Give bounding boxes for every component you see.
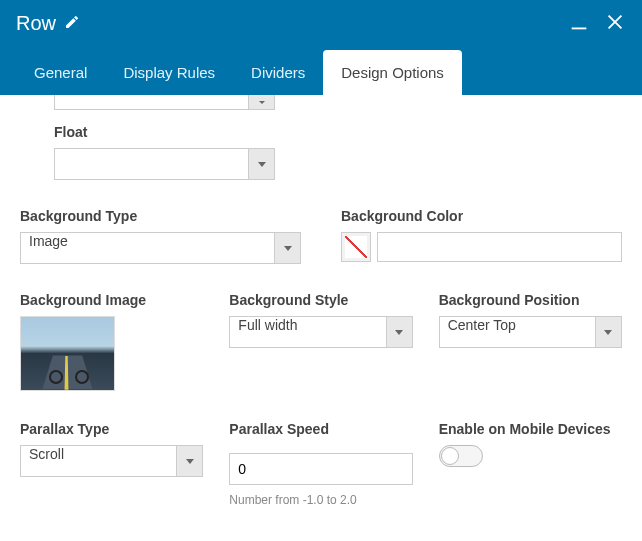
tab-display-rules[interactable]: Display Rules: [105, 50, 233, 95]
tab-bar: General Display Rules Dividers Design Op…: [0, 46, 642, 95]
chevron-down-icon: [284, 246, 292, 251]
bg-color-input[interactable]: [377, 232, 622, 262]
tab-dividers[interactable]: Dividers: [233, 50, 323, 95]
modal-title: Row: [16, 12, 56, 35]
bg-image-thumbnail[interactable]: [20, 316, 115, 391]
bg-style-select[interactable]: Full width: [229, 316, 386, 348]
parallax-type-label: Parallax Type: [20, 421, 203, 437]
bg-image-label: Background Image: [20, 292, 203, 308]
content-pane[interactable]: Float Background Type Image Background C…: [0, 95, 642, 541]
bg-style-select-toggle[interactable]: [387, 316, 413, 348]
float-select[interactable]: [54, 148, 249, 180]
toggle-knob: [441, 447, 459, 465]
bg-position-label: Background Position: [439, 292, 622, 308]
bg-color-label: Background Color: [341, 208, 622, 224]
no-color-icon: [345, 236, 367, 258]
truncated-select-above[interactable]: [54, 95, 275, 110]
bg-position-select[interactable]: Center Top: [439, 316, 596, 348]
modal-header: Row: [0, 0, 642, 46]
parallax-type-select[interactable]: Scroll: [20, 445, 177, 477]
chevron-down-icon: [186, 459, 194, 464]
chevron-down-icon: [258, 162, 266, 167]
tab-design-options[interactable]: Design Options: [323, 50, 462, 95]
chevron-down-icon: [604, 330, 612, 335]
bg-type-select-toggle[interactable]: [275, 232, 301, 264]
bg-type-label: Background Type: [20, 208, 301, 224]
enable-mobile-toggle[interactable]: [439, 445, 483, 467]
parallax-speed-label: Parallax Speed: [229, 421, 412, 437]
enable-mobile-label: Enable on Mobile Devices: [439, 421, 622, 437]
parallax-speed-hint: Number from -1.0 to 2.0: [229, 493, 412, 507]
float-select-toggle[interactable]: [249, 148, 275, 180]
parallax-type-select-toggle[interactable]: [177, 445, 203, 477]
minimize-icon[interactable]: [568, 11, 590, 36]
bg-color-swatch[interactable]: [341, 232, 371, 262]
edit-title-icon[interactable]: [64, 14, 80, 33]
bg-style-label: Background Style: [229, 292, 412, 308]
parallax-speed-input[interactable]: [229, 453, 412, 485]
tab-general[interactable]: General: [16, 50, 105, 95]
bg-position-select-toggle[interactable]: [596, 316, 622, 348]
bg-type-select[interactable]: Image: [20, 232, 275, 264]
chevron-down-icon: [395, 330, 403, 335]
close-icon[interactable]: [604, 11, 626, 36]
float-label: Float: [54, 124, 622, 140]
